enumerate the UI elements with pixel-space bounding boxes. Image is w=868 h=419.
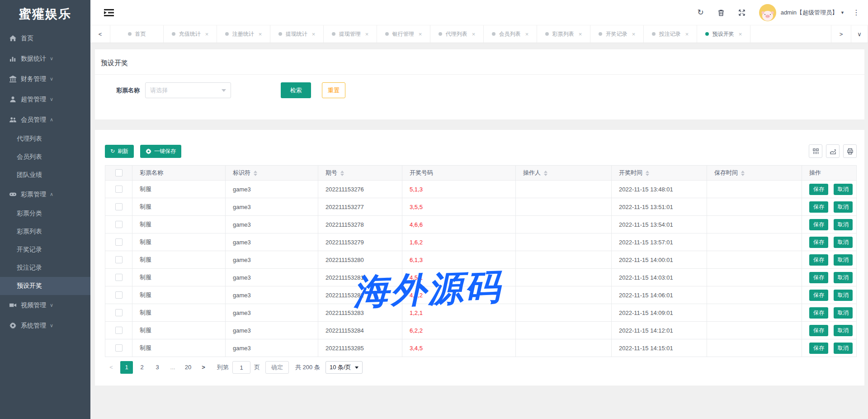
save-button[interactable]: 保存	[809, 325, 828, 336]
save-button[interactable]: 保存	[809, 184, 828, 195]
fullscreen-icon[interactable]	[738, 9, 745, 16]
reset-button[interactable]: 重置	[322, 82, 345, 98]
select-all-checkbox[interactable]	[115, 169, 123, 176]
more-options-icon[interactable]: ⋮	[853, 8, 860, 17]
sidebar-collapse-icon[interactable]	[104, 9, 114, 17]
save-button[interactable]: 保存	[809, 272, 828, 283]
sidebar-item-lottery-list[interactable]: 彩票列表	[0, 223, 90, 241]
sidebar-item-team-performance[interactable]: 团队业绩	[0, 166, 90, 184]
row-checkbox[interactable]	[115, 291, 123, 299]
save-button[interactable]: 保存	[809, 237, 828, 248]
row-checkbox[interactable]	[115, 203, 123, 210]
refresh-button[interactable]: ↻ 刷新	[105, 145, 134, 158]
tab-close-icon[interactable]: ×	[685, 31, 689, 38]
lottery-name-select[interactable]: 请选择	[145, 82, 231, 98]
sidebar-item-members[interactable]: 会员管理 ∧	[0, 110, 90, 130]
tab-bet-records[interactable]: 投注记录×	[644, 25, 697, 43]
page-size-select[interactable]: 10 条/页	[326, 361, 363, 374]
tab-close-icon[interactable]: ×	[259, 31, 262, 38]
sidebar-item-lottery-category[interactable]: 彩票分类	[0, 205, 90, 223]
col-issue[interactable]: 期号	[318, 166, 402, 181]
cancel-button[interactable]: 取消	[834, 272, 853, 283]
row-checkbox[interactable]	[115, 238, 123, 246]
col-operator[interactable]: 操作人	[516, 166, 612, 181]
sidebar-item-video[interactable]: 视频管理 ∨	[0, 295, 90, 315]
tab-withdraw-stats[interactable]: 提现统计×	[270, 25, 324, 43]
page-20[interactable]: 20	[182, 361, 194, 374]
sidebar-item-data-stats[interactable]: 数据统计 ∨	[0, 48, 90, 69]
save-button[interactable]: 保存	[809, 219, 828, 230]
columns-filter-icon[interactable]	[809, 144, 822, 158]
save-button[interactable]: 保存	[809, 254, 828, 266]
cancel-button[interactable]: 取消	[834, 237, 853, 248]
trash-icon[interactable]	[717, 9, 725, 16]
sidebar-item-home[interactable]: 首页	[0, 28, 90, 48]
tab-withdraw-manage[interactable]: 提现管理×	[324, 25, 377, 43]
row-checkbox[interactable]	[115, 309, 123, 316]
print-icon[interactable]	[843, 144, 857, 158]
avatar[interactable]	[759, 4, 776, 21]
goto-confirm-button[interactable]: 确定	[265, 361, 289, 374]
tab-register-stats[interactable]: 注册统计×	[217, 25, 270, 43]
sort-icon[interactable]	[544, 171, 547, 176]
sidebar-item-bet-records[interactable]: 投注记录	[0, 259, 90, 277]
tab-close-icon[interactable]: ×	[365, 31, 369, 38]
row-checkbox[interactable]	[115, 344, 123, 352]
col-save-time[interactable]: 保存时间	[707, 166, 802, 181]
row-checkbox[interactable]	[115, 221, 123, 228]
col-identifier[interactable]: 标识符	[226, 166, 318, 181]
tab-recharge-stats[interactable]: 充值统计×	[164, 25, 217, 43]
page-1[interactable]: 1	[120, 361, 133, 374]
tabs-scroll-right-icon[interactable]: >	[831, 25, 851, 43]
cancel-button[interactable]: 取消	[834, 201, 853, 213]
sort-icon[interactable]	[741, 171, 745, 176]
tab-agent-list[interactable]: 代理列表×	[430, 25, 484, 43]
row-checkbox[interactable]	[115, 186, 123, 193]
row-checkbox[interactable]	[115, 274, 123, 281]
sidebar-item-draw-records[interactable]: 开奖记录	[0, 241, 90, 259]
cancel-button[interactable]: 取消	[834, 343, 853, 354]
user-caret-icon[interactable]: ▼	[840, 10, 844, 15]
page-3[interactable]: 3	[151, 361, 164, 374]
page-2[interactable]: 2	[136, 361, 148, 374]
tab-close-icon[interactable]: ×	[205, 31, 209, 38]
sidebar-item-lottery[interactable]: 彩票管理 ∧	[0, 184, 90, 205]
refresh-icon[interactable]: ↻	[697, 8, 703, 17]
sidebar-item-system[interactable]: 系统管理 ∨	[0, 315, 90, 336]
sidebar-item-agent-list[interactable]: 代理列表	[0, 130, 90, 148]
goto-page-input[interactable]	[232, 361, 250, 374]
col-draw-time[interactable]: 开奖时间	[612, 166, 707, 181]
sidebar-item-preset-draw[interactable]: 预设开奖	[0, 277, 90, 295]
tab-close-icon[interactable]: ×	[312, 31, 316, 38]
cancel-button[interactable]: 取消	[834, 254, 853, 266]
save-button[interactable]: 保存	[809, 343, 828, 354]
tab-member-list[interactable]: 会员列表×	[484, 25, 537, 43]
batch-save-button[interactable]: 一键保存	[140, 145, 181, 158]
prev-page-icon[interactable]: <	[105, 361, 118, 374]
tab-close-icon[interactable]: ×	[525, 31, 529, 38]
cancel-button[interactable]: 取消	[834, 290, 853, 301]
cancel-button[interactable]: 取消	[834, 307, 853, 319]
export-icon[interactable]	[826, 144, 840, 158]
sidebar-item-superadmin[interactable]: 超管管理 ∨	[0, 89, 90, 110]
save-button[interactable]: 保存	[809, 290, 828, 301]
tab-close-icon[interactable]: ×	[419, 31, 422, 38]
tabs-menu-icon[interactable]: ∨	[851, 25, 868, 43]
save-button[interactable]: 保存	[809, 307, 828, 319]
cancel-button[interactable]: 取消	[834, 325, 853, 336]
tab-close-icon[interactable]: ×	[579, 31, 582, 38]
tab-preset-draw[interactable]: 预设开奖×	[697, 25, 750, 43]
username[interactable]: admin【超级管理员】	[781, 9, 838, 17]
row-checkbox[interactable]	[115, 256, 123, 263]
sort-icon[interactable]	[254, 171, 257, 176]
tab-close-icon[interactable]: ×	[472, 31, 476, 38]
cancel-button[interactable]: 取消	[834, 184, 853, 195]
save-button[interactable]: 保存	[809, 201, 828, 213]
sidebar-item-finance[interactable]: 财务管理 ∨	[0, 69, 90, 89]
search-button[interactable]: 检索	[281, 82, 311, 98]
sidebar-item-member-list[interactable]: 会员列表	[0, 148, 90, 166]
sort-icon[interactable]	[646, 171, 649, 176]
tab-home[interactable]: 首页	[110, 25, 164, 43]
tab-draw-records[interactable]: 开奖记录×	[590, 25, 644, 43]
tab-bank-manage[interactable]: 银行管理×	[377, 25, 430, 43]
